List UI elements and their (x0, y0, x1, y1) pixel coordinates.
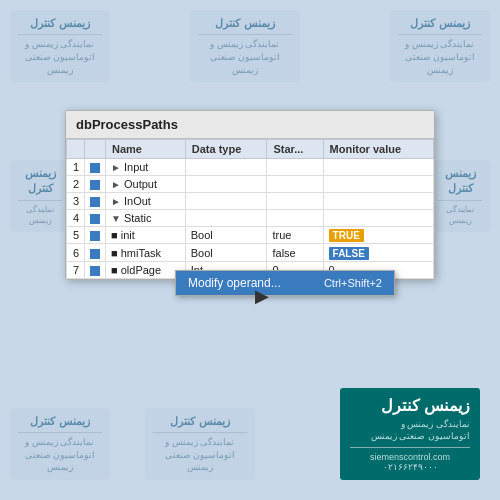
logo-box: زیمنس کنترل نمایندگی زیمنس و اتوماسیون ص… (340, 388, 480, 480)
row-number: 5 (67, 227, 85, 244)
row-number: 2 (67, 176, 85, 193)
row-number: 7 (67, 261, 85, 278)
watermark-top-center: زیمنس کنترل نمایندگی زیمنس واتوماسیون صن… (190, 10, 300, 82)
row-number: 1 (67, 159, 85, 176)
row-icon (85, 244, 106, 261)
row-number: 4 (67, 210, 85, 227)
col-name: Name (106, 140, 186, 159)
logo-title: زیمنس کنترل (350, 396, 470, 415)
watermark-bot-center: زیمنس کنترل نمایندگی زیمنس واتوماسیون صن… (145, 408, 255, 480)
row-monitor: FALSE (323, 244, 433, 261)
row-datatype: Bool (185, 244, 267, 261)
row-icon (85, 193, 106, 210)
row-icon (85, 210, 106, 227)
row-number: 3 (67, 193, 85, 210)
row-start: false (267, 244, 323, 261)
row-name: ► InOut (106, 193, 186, 210)
row-name: ► Output (106, 176, 186, 193)
expand-icon[interactable]: ► (111, 179, 121, 190)
row-start (267, 193, 323, 210)
data-table: Name Data type Star... Monitor value 1 ►… (66, 139, 434, 279)
watermark-top-left: زیمنس کنترل نمایندگی زیمنس واتوماسیون صن… (10, 10, 110, 82)
row-icon (85, 227, 106, 244)
context-menu-shortcut: Ctrl+Shift+2 (324, 277, 382, 289)
row-monitor (323, 176, 433, 193)
row-name: ■ init (106, 227, 186, 244)
wm-title: زیمنس کنترل (18, 16, 102, 31)
blue-square-icon (90, 214, 100, 224)
watermark-mid-right: زیمنس کنترل نمایندگی زیمنس (430, 160, 490, 232)
logo-divider (350, 447, 470, 448)
row-datatype: Bool (185, 227, 267, 244)
table-row[interactable]: 1 ► Input (67, 159, 434, 176)
panel-title: dbProcessPaths (66, 111, 434, 139)
col-icon (85, 140, 106, 159)
context-menu-item-label: Modify operand... (188, 276, 281, 290)
blue-square-icon (90, 180, 100, 190)
blue-square-icon (90, 197, 100, 207)
table-header: Name Data type Star... Monitor value (67, 140, 434, 159)
row-number: 6 (67, 244, 85, 261)
logo-phone: ۰۲۱۶۶۲۴۹۰۰۰ (350, 462, 470, 472)
row-datatype (185, 193, 267, 210)
table-row[interactable]: 3 ► InOut (67, 193, 434, 210)
logo-subtitle: نمایندگی زیمنس و اتوماسیون صنعتی زیمنس (350, 418, 470, 443)
watermark-bot-left: زیمنس کنترل نمایندگی زیمنس واتوماسیون صن… (10, 408, 110, 480)
row-name: ▼ Static (106, 210, 186, 227)
blue-square-icon (90, 163, 100, 173)
context-menu-item-modify[interactable]: Modify operand... Ctrl+Shift+2 (176, 271, 394, 295)
row-start: true (267, 227, 323, 244)
monitor-value-false: FALSE (329, 247, 369, 260)
row-monitor (323, 210, 433, 227)
db-process-paths-panel: dbProcessPaths Name Data type Star... Mo… (65, 110, 435, 280)
row-start (267, 176, 323, 193)
col-datatype: Data type (185, 140, 267, 159)
table-row[interactable]: 6 ■ hmiTask Bool false FALSE (67, 244, 434, 261)
col-start: Star... (267, 140, 323, 159)
row-icon (85, 261, 106, 278)
row-start (267, 210, 323, 227)
row-monitor: TRUE (323, 227, 433, 244)
watermark-mid-left: زیمنس کنترل نمایندگی زیمنس (10, 160, 70, 232)
blue-square-icon (90, 249, 100, 259)
row-datatype (185, 210, 267, 227)
expand-icon[interactable]: ▼ (111, 213, 121, 224)
row-monitor (323, 193, 433, 210)
monitor-value-true: TRUE (329, 229, 364, 242)
context-menu[interactable]: Modify operand... Ctrl+Shift+2 (175, 270, 395, 296)
table-row[interactable]: 5 ■ init Bool true TRUE (67, 227, 434, 244)
col-num (67, 140, 85, 159)
row-icon (85, 159, 106, 176)
table-row[interactable]: 4 ▼ Static (67, 210, 434, 227)
expand-icon[interactable]: ► (111, 162, 121, 173)
row-name: ► Input (106, 159, 186, 176)
logo-url: siemenscontrol.com (350, 452, 470, 462)
blue-square-icon (90, 231, 100, 241)
col-monitor: Monitor value (323, 140, 433, 159)
watermark-top-right: زیمنس کنترل نمایندگی زیمنس واتوماسیون صن… (390, 10, 490, 82)
row-monitor (323, 159, 433, 176)
expand-icon[interactable]: ► (111, 196, 121, 207)
wm-text: نمایندگی زیمنس واتوماسیون صنعتی زیمنس (18, 38, 102, 76)
row-name: ■ oldPage (106, 261, 186, 278)
row-icon (85, 176, 106, 193)
blue-square-icon (90, 266, 100, 276)
row-start (267, 159, 323, 176)
row-datatype (185, 159, 267, 176)
row-datatype (185, 176, 267, 193)
table-row[interactable]: 2 ► Output (67, 176, 434, 193)
row-name: ■ hmiTask (106, 244, 186, 261)
